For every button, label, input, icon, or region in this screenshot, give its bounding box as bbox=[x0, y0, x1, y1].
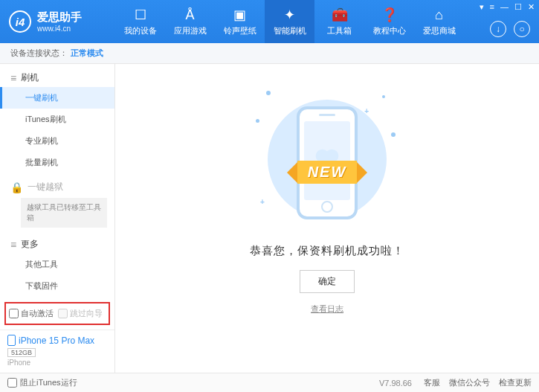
top-nav: ☐我的设备Å应用游戏▣铃声壁纸✦智能刷机🧰工具箱❓教程中心⌂爱思商城 bbox=[115, 0, 539, 43]
top-nav-item[interactable]: 🧰工具箱 bbox=[314, 0, 364, 43]
device-type: iPhone bbox=[7, 359, 107, 367]
nav-icon: ⌂ bbox=[435, 7, 443, 23]
ok-button[interactable]: 确定 bbox=[300, 270, 355, 293]
nav-icon: ▣ bbox=[233, 7, 246, 23]
sidebar-item[interactable]: 一键刷机 bbox=[0, 87, 114, 109]
phone-icon bbox=[7, 335, 16, 346]
view-log-link[interactable]: 查看日志 bbox=[311, 303, 343, 315]
app-title: 爱思助手 bbox=[37, 10, 82, 25]
device-info: iPhone 15 Pro Max 512GB iPhone bbox=[0, 330, 114, 373]
header: i4 爱思助手 www.i4.cn ☐我的设备Å应用游戏▣铃声壁纸✦智能刷机🧰工… bbox=[0, 0, 539, 43]
footer-link[interactable]: 检查更新 bbox=[499, 377, 532, 388]
sidebar-item[interactable]: 下载固件 bbox=[0, 275, 114, 297]
main-content: ++ NEW 恭喜您，保资料刷机成功啦！ 确定 查看日志 bbox=[115, 64, 539, 373]
titlebar-button[interactable]: — bbox=[500, 2, 509, 12]
sidebar-section-header[interactable]: ≡刷机 bbox=[0, 64, 114, 87]
new-ribbon: NEW bbox=[287, 161, 368, 184]
titlebar-button[interactable]: ≡ bbox=[490, 2, 494, 12]
sidebar-section-header[interactable]: ≡更多 bbox=[0, 231, 114, 254]
sidebar-item[interactable]: 其他工具 bbox=[0, 254, 114, 275]
titlebar-button[interactable]: ▾ bbox=[480, 2, 484, 12]
status-label: 设备连接状态： bbox=[10, 48, 68, 59]
top-nav-item[interactable]: ✦智能刷机 bbox=[265, 0, 314, 43]
device-name[interactable]: iPhone 15 Pro Max bbox=[7, 335, 107, 346]
footer-link[interactable]: 微信公众号 bbox=[449, 377, 490, 388]
version-label: V7.98.66 bbox=[379, 379, 412, 388]
footer: 阻止iTunes运行 V7.98.66 客服微信公众号检查更新 bbox=[0, 373, 539, 392]
nav-icon: ☐ bbox=[135, 7, 146, 23]
nav-icon: ✦ bbox=[284, 7, 295, 23]
nav-label: 爱思商城 bbox=[423, 25, 456, 36]
storage-badge: 512GB bbox=[7, 348, 36, 357]
top-nav-item[interactable]: Å应用游戏 bbox=[165, 0, 215, 43]
top-nav-item[interactable]: ❓教程中心 bbox=[364, 0, 414, 43]
lock-icon: 🔒 bbox=[10, 181, 23, 193]
success-message: 恭喜您，保资料刷机成功啦！ bbox=[250, 244, 404, 258]
app-subtitle: www.i4.cn bbox=[37, 25, 82, 33]
titlebar-button[interactable]: ✕ bbox=[528, 2, 535, 12]
nav-label: 应用游戏 bbox=[174, 25, 207, 36]
logo-icon: i4 bbox=[9, 10, 31, 33]
chevron-icon: ≡ bbox=[10, 239, 16, 251]
download-icon[interactable]: ↓ bbox=[490, 21, 506, 37]
chevron-icon: ≡ bbox=[10, 72, 16, 84]
nav-label: 智能刷机 bbox=[274, 25, 306, 36]
sidebar-item[interactable]: 高级功能 bbox=[0, 297, 114, 298]
sidebar: ≡刷机一键刷机iTunes刷机专业刷机批量刷机🔒一键越狱越狱工具已转移至工具箱≡… bbox=[0, 64, 115, 373]
logo-area: i4 爱思助手 www.i4.cn bbox=[0, 10, 115, 33]
sidebar-item[interactable]: 批量刷机 bbox=[0, 152, 114, 173]
auto-activate-checkbox[interactable]: 自动激活 bbox=[9, 308, 54, 319]
header-actions: ↓ ○ bbox=[490, 21, 530, 37]
success-illustration: ++ NEW bbox=[253, 86, 401, 228]
nav-icon: 🧰 bbox=[332, 7, 348, 23]
top-nav-item[interactable]: ▣铃声壁纸 bbox=[215, 0, 265, 43]
nav-label: 铃声壁纸 bbox=[224, 25, 256, 36]
user-icon[interactable]: ○ bbox=[514, 21, 530, 37]
sidebar-item[interactable]: iTunes刷机 bbox=[0, 109, 114, 130]
nav-label: 我的设备 bbox=[124, 25, 157, 36]
top-nav-item[interactable]: ⌂爱思商城 bbox=[414, 0, 464, 43]
nav-label: 教程中心 bbox=[373, 25, 406, 36]
checkbox-highlight-box: 自动激活 跳过向导 bbox=[4, 302, 110, 325]
status-mode: 正常模式 bbox=[71, 48, 103, 59]
sidebar-item[interactable]: 专业刷机 bbox=[0, 130, 114, 152]
status-bar: 设备连接状态： 正常模式 bbox=[0, 43, 539, 64]
skip-guide-checkbox[interactable]: 跳过向导 bbox=[58, 308, 103, 319]
sidebar-section-header[interactable]: 🔒一键越狱 bbox=[0, 173, 114, 196]
nav-icon: ❓ bbox=[381, 7, 398, 23]
body: ≡刷机一键刷机iTunes刷机专业刷机批量刷机🔒一键越狱越狱工具已转移至工具箱≡… bbox=[0, 64, 539, 373]
titlebar: ▾≡—☐✕ bbox=[480, 2, 535, 12]
titlebar-button[interactable]: ☐ bbox=[514, 2, 522, 12]
block-itunes-checkbox[interactable]: 阻止iTunes运行 bbox=[7, 377, 77, 388]
nav-label: 工具箱 bbox=[327, 25, 352, 36]
footer-links: 客服微信公众号检查更新 bbox=[424, 377, 532, 388]
footer-link[interactable]: 客服 bbox=[424, 377, 440, 388]
sidebar-note: 越狱工具已转移至工具箱 bbox=[21, 198, 107, 228]
nav-icon: Å bbox=[185, 7, 194, 23]
top-nav-item[interactable]: ☐我的设备 bbox=[115, 0, 165, 43]
